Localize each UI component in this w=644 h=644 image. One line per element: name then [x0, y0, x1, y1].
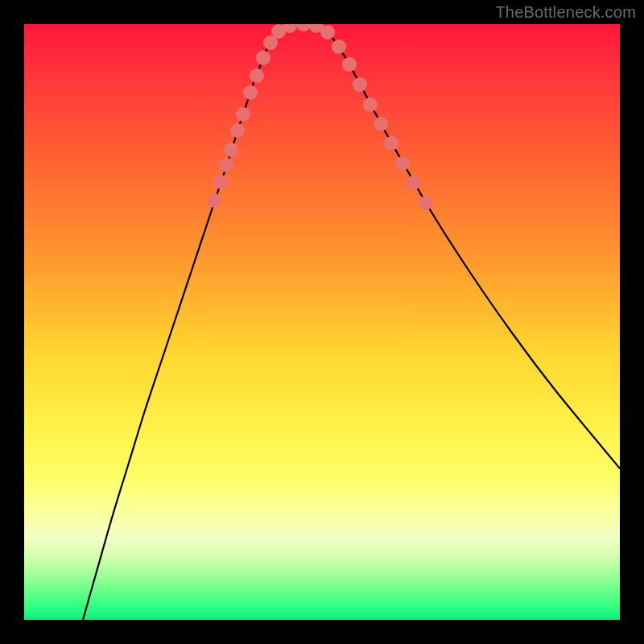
data-dot: [320, 25, 335, 39]
data-dot: [256, 51, 270, 65]
data-dot: [332, 39, 346, 54]
data-dot: [384, 136, 398, 151]
plot-area: [24, 24, 620, 620]
watermark-text: TheBottleneck.com: [495, 3, 636, 22]
data-dot: [407, 175, 421, 190]
data-dot: [219, 158, 233, 172]
data-dot: [207, 193, 221, 208]
data-dot: [419, 196, 433, 210]
data-dot: [230, 123, 245, 138]
data-dot: [395, 156, 410, 171]
data-dot: [236, 107, 250, 122]
bottleneck-curve: [83, 24, 620, 620]
data-dot: [342, 57, 357, 72]
data-dot: [250, 68, 264, 83]
data-dot: [224, 142, 238, 157]
curve-layer: [24, 24, 620, 620]
data-dots: [207, 24, 433, 210]
data-dot: [243, 85, 258, 100]
chart-frame: TheBottleneck.com: [0, 0, 644, 644]
data-dot: [363, 97, 378, 112]
data-dot: [374, 117, 388, 131]
data-dot: [296, 24, 311, 31]
data-dot: [213, 175, 228, 189]
data-dot: [353, 77, 367, 92]
